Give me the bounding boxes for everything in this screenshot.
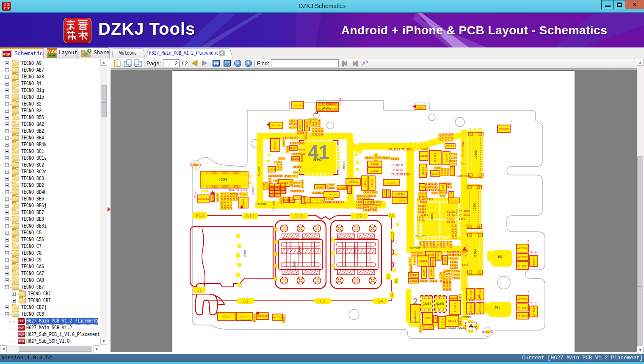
- tree-item[interactable]: TECNO B2: [0, 101, 100, 108]
- scroll-up-icon[interactable]: ▲: [637, 59, 644, 66]
- tree-item[interactable]: TECNO BE6: [0, 196, 100, 203]
- scroll-left-icon[interactable]: ◄: [0, 345, 7, 352]
- tree-item[interactable]: TECNO B1p: [0, 94, 100, 101]
- tree-expander[interactable]: [5, 251, 9, 255]
- tree-item[interactable]: TECNO BB4k: [0, 142, 100, 148]
- tree-expander[interactable]: [5, 265, 9, 269]
- tree-item[interactable]: TECNO CC6: [0, 311, 100, 318]
- find-next-icon[interactable]: [351, 59, 360, 68]
- tree-expander[interactable]: [5, 238, 9, 242]
- fit-width-icon[interactable]: [213, 60, 220, 67]
- zoom-out-icon[interactable]: −: [234, 60, 241, 67]
- tree-item[interactable]: TECNO CB7j: [0, 304, 100, 311]
- tree-item[interactable]: TECNO BA2: [0, 121, 100, 128]
- tab-h627-main-pcb[interactable]: H627_Main_PCB_V1.2_Placement x: [146, 48, 233, 58]
- tree-expander[interactable]: [5, 278, 9, 282]
- scrollbar-thumb[interactable]: [19, 346, 91, 352]
- prev-view-icon[interactable]: [123, 59, 132, 68]
- tree-item[interactable]: TECNO BB4: [0, 135, 100, 142]
- zoom-in-icon[interactable]: +: [245, 60, 252, 67]
- tree-expander[interactable]: [5, 143, 9, 147]
- close-button[interactable]: x: [625, 0, 644, 9]
- tree-expander[interactable]: [5, 245, 9, 248]
- tree-item[interactable]: TECNO CA6: [0, 264, 100, 270]
- tree-item[interactable]: PDFH627_Main_PCB_V1.2_Placement: [0, 318, 100, 325]
- tree-expander[interactable]: [5, 224, 9, 228]
- tree-expander[interactable]: [5, 109, 9, 113]
- tree-expander[interactable]: [5, 122, 9, 126]
- tree-expander[interactable]: [5, 156, 9, 160]
- tree-item[interactable]: PDFH627_Sub_SCH_V1.0: [0, 338, 100, 345]
- tab-share[interactable]: Share: [77, 47, 110, 58]
- match-case-icon[interactable]: Aa: [362, 59, 368, 67]
- tree-expander[interactable]: [5, 150, 9, 153]
- tree-expander[interactable]: [5, 183, 9, 187]
- tree-item[interactable]: TECNO BE8: [0, 216, 100, 223]
- tree-expander[interactable]: [5, 61, 9, 65]
- next-view-icon[interactable]: [133, 59, 142, 68]
- tree-expander[interactable]: [5, 116, 9, 119]
- tree-horizontal-scrollbar[interactable]: ◄ ►: [0, 345, 100, 353]
- tree-item[interactable]: PDFH627_Sub_PCB_1_V1.0_Placement: [0, 331, 100, 338]
- tree-item[interactable]: TECNO CB7: [0, 297, 100, 304]
- tab-layout[interactable]: PADS Layout: [43, 47, 77, 58]
- tree-expander[interactable]: [5, 75, 9, 79]
- view-vertical-scrollbar[interactable]: ▲ ▼: [637, 59, 644, 353]
- tree-expander[interactable]: [5, 197, 9, 201]
- tree-item[interactable]: TECNO BE7: [0, 209, 100, 216]
- copy-page-icon[interactable]: [113, 59, 122, 68]
- tree-expander[interactable]: [5, 89, 9, 92]
- tree-expander[interactable]: [5, 312, 9, 316]
- tree-item[interactable]: TECNO C5S: [0, 236, 100, 243]
- find-input[interactable]: [271, 59, 339, 67]
- tree-expander[interactable]: [5, 177, 9, 181]
- scroll-down-icon[interactable]: ▼: [100, 338, 107, 345]
- tree-item[interactable]: TECNO CA7: [0, 270, 100, 277]
- scrollbar-thumb[interactable]: [637, 156, 643, 346]
- tree-expander[interactable]: [5, 170, 9, 174]
- scroll-right-icon[interactable]: ►: [94, 345, 100, 352]
- tree-expander[interactable]: [5, 136, 9, 140]
- tree-expander[interactable]: [5, 190, 9, 194]
- tree-item[interactable]: TECNO CB7: [0, 291, 100, 297]
- tree-expander[interactable]: [5, 163, 9, 167]
- next-page-icon[interactable]: [202, 60, 207, 66]
- tree-item[interactable]: TECNO A9: [0, 60, 100, 67]
- tree-expander[interactable]: [5, 258, 9, 262]
- tree-item[interactable]: TECNO C8: [0, 250, 100, 257]
- tree-item[interactable]: TECNO BB2: [0, 128, 100, 135]
- splitter-collapse-arrow[interactable]: [108, 207, 111, 212]
- tree-expander[interactable]: [5, 102, 9, 106]
- find-prev-icon[interactable]: [341, 59, 350, 68]
- tree-expander[interactable]: [5, 82, 9, 86]
- tree-item[interactable]: TECNO B3: [0, 108, 100, 114]
- tree-expander[interactable]: [5, 129, 9, 133]
- tree-item[interactable]: TECNO C9: [0, 257, 100, 264]
- tree-item[interactable]: TECNO B1: [0, 81, 100, 87]
- tree-item[interactable]: TECNO BC2: [0, 162, 100, 169]
- tree-expander[interactable]: [12, 292, 16, 296]
- tree-item[interactable]: TECNO C5: [0, 230, 100, 236]
- tree-expander[interactable]: [12, 299, 16, 303]
- tree-expander[interactable]: [5, 68, 9, 72]
- tree-expander[interactable]: [5, 306, 9, 309]
- fit-page-icon[interactable]: [224, 60, 231, 67]
- tree-item[interactable]: TECNO BE8i: [0, 223, 100, 230]
- tree-item[interactable]: PDFH627_Main_SCH_V1.2: [0, 325, 100, 331]
- tab-schematic[interactable]: PDF Schematic: [0, 47, 43, 58]
- tree-item[interactable]: TECNO BD2: [0, 182, 100, 189]
- tab-welcome[interactable]: Welcome: [112, 48, 145, 58]
- tree-item[interactable]: TECNO BC1: [0, 148, 100, 155]
- tree-expander[interactable]: [5, 285, 9, 289]
- tree-item[interactable]: TECNO C7: [0, 243, 100, 250]
- scroll-up-icon[interactable]: ▲: [100, 59, 107, 66]
- prev-page-icon[interactable]: [192, 60, 197, 66]
- scroll-down-icon[interactable]: ▼: [637, 347, 644, 353]
- tab-close-icon[interactable]: x: [219, 50, 225, 56]
- tree-expander[interactable]: [5, 231, 9, 235]
- tree-item[interactable]: TECNO AX8: [0, 74, 100, 81]
- tree-item[interactable]: TECNO B5S: [0, 114, 100, 121]
- tree-item[interactable]: TECNO BC2c: [0, 169, 100, 175]
- page-number-input[interactable]: [163, 59, 180, 67]
- scrollbar-thumb[interactable]: [101, 85, 107, 117]
